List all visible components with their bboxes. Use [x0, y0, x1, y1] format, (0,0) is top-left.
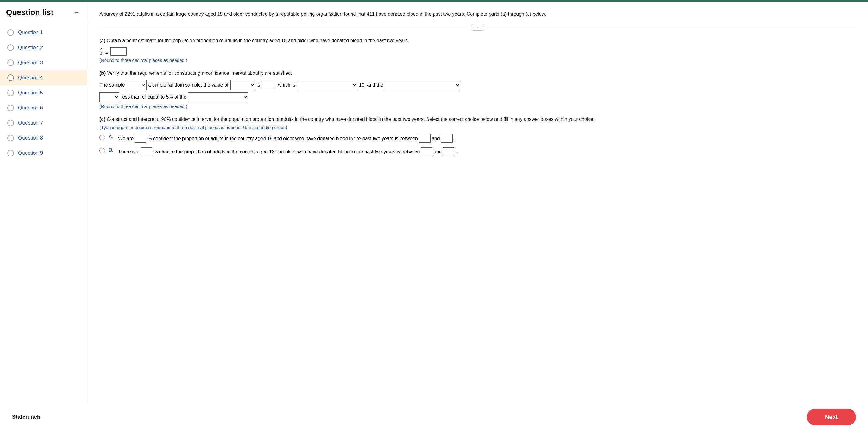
sidebar: Question list ← Question 1Question 2Ques…	[0, 2, 87, 405]
is-text: is	[257, 82, 260, 88]
choice-b-and: and	[434, 148, 442, 156]
sample-type-select[interactable]: is is not	[127, 80, 147, 90]
sidebar-item-question-4[interactable]: Question 4	[0, 70, 87, 85]
choice-b-pre: There is a	[118, 148, 140, 156]
choice-b-text: There is a % chance the proportion of ad…	[118, 147, 457, 156]
sidebar-item-question-6[interactable]: Question 6	[0, 100, 87, 116]
part-c-intro: (c) Construct and interpret a 90% confid…	[99, 116, 856, 123]
choice-a-text: We are % confident the proportion of adu…	[118, 134, 455, 143]
divider: · · ·	[99, 24, 856, 31]
part-c-description: Construct and interpret a 90% confidence…	[107, 117, 594, 122]
part-b-hint: (Round to three decimal places as needed…	[99, 104, 856, 109]
choice-b-pct-input[interactable]	[141, 147, 152, 156]
part-a-hint: (Round to three decimal places as needed…	[99, 58, 856, 63]
divider-dots: · · ·	[471, 24, 485, 31]
choice-a-label: A.	[108, 134, 113, 140]
sidebar-item-question-9[interactable]: Question 9	[0, 146, 87, 161]
part-a-description: Obtain a point estimate for the populati…	[107, 38, 409, 43]
less-than-text: less than or equal to 5% of the	[121, 94, 186, 100]
question-label-8: Question 8	[18, 135, 43, 141]
choice-a-row: A. We are % confident the proportion of …	[99, 134, 856, 143]
sidebar-item-question-7[interactable]: Question 7	[0, 116, 87, 130]
part-a-section: (a) Obtain a point estimate for the popu…	[99, 37, 856, 63]
sidebar-header: Question list ←	[0, 2, 87, 22]
phat-input[interactable]	[110, 47, 127, 56]
value-of-select[interactable]: np̂(1-p̂) np̂ n(1-p̂)	[230, 80, 255, 90]
question-label-9: Question 9	[18, 150, 43, 156]
choice-a-post: .	[454, 134, 455, 143]
phat-equals: =	[105, 50, 108, 56]
question-radio-7	[7, 120, 14, 126]
question-radio-1	[7, 29, 14, 36]
choice-a-and: and	[432, 134, 440, 143]
question-radio-5	[7, 90, 14, 96]
phat-symbol: ^ p	[99, 50, 102, 56]
question-label-3: Question 3	[18, 60, 43, 66]
choice-b-label: B.	[108, 147, 113, 153]
choice-b-post: .	[456, 148, 457, 156]
sidebar-item-question-3[interactable]: Question 3	[0, 55, 87, 70]
next-button[interactable]: Next	[807, 409, 856, 425]
question-radio-2	[7, 44, 14, 51]
choice-a-pre: We are	[118, 134, 133, 143]
ten-and-the-text: 10, and the	[359, 82, 383, 88]
choice-a-input1[interactable]	[419, 134, 431, 143]
part-c-section: (c) Construct and interpret a 90% confid…	[99, 116, 856, 156]
content-area: A survey of 2291 adults in a certain lar…	[87, 2, 868, 405]
comparison-select[interactable]: ≥ ≤ > <	[297, 80, 357, 90]
phat-hat: ^	[100, 47, 102, 52]
sidebar-title: Question list	[6, 8, 53, 17]
question-label-2: Question 2	[18, 44, 43, 51]
question-radio-9	[7, 150, 14, 156]
choice-b-radio[interactable]	[99, 148, 105, 153]
sidebar-item-question-5[interactable]: Question 5	[0, 85, 87, 100]
question-label-1: Question 1	[18, 30, 43, 36]
question-radio-4	[7, 74, 14, 81]
phat-row: ^ p =	[99, 47, 856, 56]
question-radio-3	[7, 59, 14, 66]
question-label-6: Question 6	[18, 105, 43, 111]
sidebar-item-question-1[interactable]: Question 1	[0, 25, 87, 40]
simple-random-text: a simple random sample, the value of	[148, 82, 228, 88]
choice-a-pct-input[interactable]	[135, 134, 146, 143]
population-select[interactable]: population size sample size margin of er…	[385, 80, 460, 90]
sidebar-item-question-2[interactable]: Question 2	[0, 40, 87, 55]
question-label-5: Question 5	[18, 90, 43, 96]
population-select2[interactable]: population size sample size margin of er…	[188, 92, 248, 102]
question-radio-6	[7, 104, 14, 111]
choice-a-radio[interactable]	[99, 135, 105, 140]
part-a-label: (a)	[99, 38, 105, 43]
part-c-hint: (Type integers or decimals rounded to th…	[99, 125, 856, 130]
question-radio-8	[7, 135, 14, 142]
bottom-bar: Statcrunch Next	[0, 405, 868, 429]
question-label-7: Question 7	[18, 120, 43, 126]
part-b-label: (b)	[99, 70, 105, 76]
choice-b-row: B. There is a % chance the proportion of…	[99, 147, 856, 156]
choice-b-mid: % chance the proportion of adults in the…	[153, 148, 420, 156]
question-intro: A survey of 2291 adults in a certain lar…	[99, 10, 856, 18]
part-b-section: (b) Verify that the requirements for con…	[99, 69, 856, 109]
part-b-row2: is is not less than or equal to 5% of th…	[99, 92, 856, 102]
choice-b-input1[interactable]	[421, 147, 432, 156]
value-input[interactable]	[262, 81, 274, 89]
part-a-text: (a) Obtain a point estimate for the popu…	[99, 37, 856, 44]
collapse-button[interactable]: ←	[72, 7, 81, 18]
statcrunch-label: Statcrunch	[12, 414, 40, 420]
part-b-text: (b) Verify that the requirements for con…	[99, 69, 856, 77]
is-not-select[interactable]: is is not	[99, 92, 119, 102]
choice-a-input2[interactable]	[441, 134, 453, 143]
sidebar-item-question-8[interactable]: Question 8	[0, 130, 87, 146]
question-label-4: Question 4	[18, 75, 43, 81]
part-b-row1: The sample is is not a simple random sam…	[99, 80, 856, 90]
choice-a-mid: % confident the proportion of adults in …	[148, 134, 418, 143]
part-b-description: Verify that the requirements for constru…	[107, 70, 292, 76]
choice-b-input2[interactable]	[443, 147, 454, 156]
the-sample-text: The sample	[99, 82, 125, 88]
which-is-text: , which is	[275, 82, 295, 88]
question-list: Question 1Question 2Question 3Question 4…	[0, 22, 87, 164]
part-c-label: (c)	[99, 117, 105, 122]
